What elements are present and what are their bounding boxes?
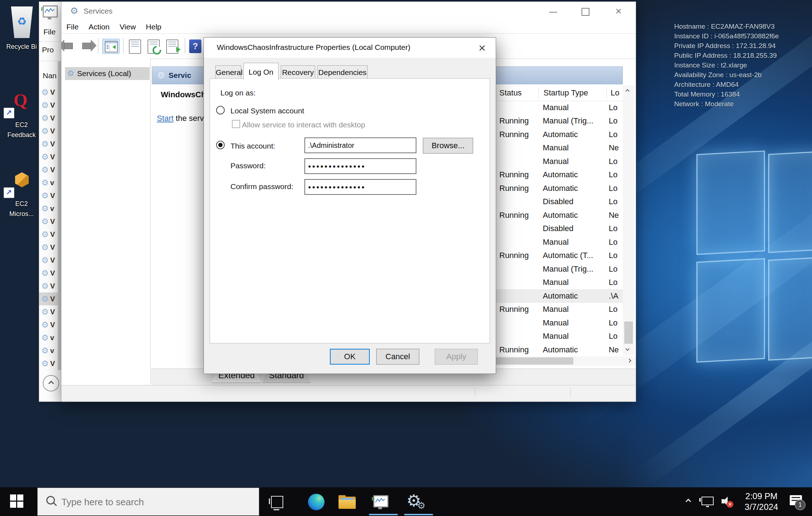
refresh-button[interactable] [148, 39, 160, 54]
service-row[interactable]: Manual (Trig... Lo [496, 262, 623, 276]
services-taskbar-icon[interactable]: ⚙⚙ [406, 491, 428, 512]
service-row[interactable]: Disabled Lo [496, 195, 623, 209]
background-service-row[interactable]: ⚙ V [39, 215, 58, 228]
start-service-link[interactable]: Start [157, 114, 173, 123]
background-service-row[interactable]: ⚙ v [39, 202, 58, 215]
notification-center-icon[interactable]: 1 [790, 495, 802, 505]
background-service-row[interactable]: ⚙ v [39, 344, 58, 357]
background-service-row[interactable]: ⚙ V [39, 137, 58, 150]
minimize-button[interactable] [542, 2, 565, 21]
task-view-icon[interactable] [271, 496, 283, 508]
desktop-icon-ec2-feedback[interactable]: Q ↗ EC2 Feedback [0, 90, 45, 144]
background-service-row[interactable]: ⚙ V [39, 125, 58, 137]
export-list-button[interactable] [166, 39, 178, 54]
background-service-row[interactable]: ⚙ V [39, 112, 58, 125]
background-service-row[interactable]: ⚙ V [39, 189, 58, 202]
service-row[interactable]: Automatic .\A [496, 289, 623, 303]
service-row[interactable]: Manual Lo [496, 316, 623, 330]
service-row[interactable]: Running Manual Lo [496, 303, 623, 316]
service-row[interactable]: Running Automatic Lo [496, 182, 623, 195]
column-header-log-on-as[interactable]: Lo [611, 88, 619, 98]
column-header-startup-type[interactable]: Startup Type [543, 88, 588, 98]
service-row[interactable]: Running Automatic Lo [496, 168, 623, 182]
edge-browser-icon[interactable] [308, 494, 325, 510]
tab-general[interactable]: General [215, 65, 241, 80]
confirm-password-input[interactable] [304, 179, 416, 195]
service-row[interactable]: Running Automatic Ne [496, 208, 623, 222]
background-service-row[interactable]: ⚙ V [39, 254, 58, 267]
tray-chevron-up-icon[interactable] [686, 499, 691, 505]
help-button[interactable]: ? [189, 39, 201, 53]
tab-recovery[interactable]: Recovery [281, 65, 315, 80]
allow-interact-desktop-checkbox[interactable] [232, 120, 240, 128]
network-icon[interactable] [701, 497, 714, 505]
service-row[interactable]: Running Manual (Trig... Lo [496, 114, 623, 128]
background-service-row[interactable]: ⚙ V [39, 163, 58, 176]
file-explorer-icon[interactable] [339, 495, 356, 509]
scrollbar-thumb[interactable] [624, 322, 633, 344]
service-row[interactable]: Manual Lo [496, 101, 623, 114]
background-service-row[interactable]: ⚙ V [39, 292, 58, 305]
this-account-radio[interactable] [216, 141, 225, 149]
service-row[interactable]: Running Automatic (T... Lo [496, 249, 623, 263]
apply-button[interactable]: Apply [435, 349, 478, 365]
background-window[interactable]: File Pro Nan ⚙ V ⚙ V ⚙ V ⚙ V ⚙ [39, 1, 62, 402]
ok-button[interactable]: OK [330, 349, 370, 365]
background-service-row[interactable]: ⚙ V [39, 267, 58, 280]
scroll-down-icon[interactable] [625, 347, 629, 351]
background-service-row[interactable]: ⚙ V [39, 280, 58, 292]
column-header-status[interactable]: Status [499, 88, 522, 98]
service-row[interactable]: Manual Lo [496, 155, 623, 168]
taskbar-clock[interactable]: 2:09 PM 3/7/2024 [738, 491, 785, 512]
menu-item[interactable]: File [61, 23, 84, 31]
service-row[interactable]: Manual Lo [496, 276, 623, 290]
tab-log-on[interactable]: Log On [243, 63, 279, 80]
collapse-chevron-button[interactable] [43, 375, 59, 391]
cancel-button[interactable]: Cancel [376, 349, 419, 365]
account-input[interactable] [304, 137, 416, 153]
background-service-row[interactable]: ⚙ V [39, 318, 58, 331]
background-service-row[interactable]: ⚙ V [39, 357, 58, 370]
scroll-up-icon[interactable] [625, 89, 629, 93]
taskbar-search[interactable] [37, 488, 259, 516]
service-row[interactable]: Running Automatic Ne [496, 343, 623, 357]
background-service-row[interactable]: ⚙ v [39, 331, 58, 344]
dialog-close-button[interactable]: × [473, 39, 491, 56]
scroll-right-icon[interactable] [627, 358, 631, 362]
local-system-account-radio[interactable] [216, 106, 225, 114]
back-button[interactable] [64, 39, 73, 49]
menu-item[interactable]: Help [141, 23, 166, 31]
dialog-titlebar[interactable]: WindowsChaosInfrastructure Properties (L… [204, 38, 496, 58]
menu-item[interactable]: View [115, 23, 141, 31]
password-input[interactable] [304, 158, 416, 174]
background-service-row[interactable]: ⚙ V [39, 86, 58, 99]
background-service-row[interactable]: ⚙ V [39, 241, 58, 254]
background-window-pro-tab[interactable]: Pro [42, 46, 54, 54]
browse-button[interactable]: Browse... [423, 138, 473, 154]
desktop-icon-ec2-microsoft[interactable]: ↗ EC2 Micros... [0, 172, 45, 225]
tree-item-services-local[interactable]: ⚙ Services (Local) [65, 67, 150, 80]
scrollbar-thumb[interactable] [496, 357, 573, 365]
properties-button[interactable] [129, 39, 141, 54]
services-titlebar[interactable]: ⚙ Services × [61, 2, 636, 21]
show-console-tree-button[interactable] [102, 39, 120, 54]
vertical-scrollbar[interactable] [623, 85, 634, 355]
background-service-row[interactable]: ⚙ V [39, 150, 58, 163]
maximize-button[interactable] [574, 2, 597, 21]
background-service-row[interactable]: ⚙ V [39, 305, 58, 318]
service-row[interactable]: Running Automatic Lo [496, 128, 623, 141]
service-row[interactable]: Manual Ne [496, 141, 623, 155]
service-row[interactable]: Manual Lo [496, 235, 623, 249]
menu-item[interactable]: Action [84, 23, 115, 31]
background-service-row[interactable]: ⚙ v [39, 176, 58, 189]
background-service-row[interactable]: ⚙ V [39, 228, 58, 241]
background-window-file-menu[interactable]: File [43, 28, 56, 36]
service-row[interactable]: Disabled Lo [496, 222, 623, 236]
background-window-name-column-header[interactable]: Nan [43, 71, 57, 80]
tab-dependencies[interactable]: Dependencies [317, 65, 368, 80]
horizontal-scrollbar[interactable] [496, 356, 636, 366]
performance-monitor-taskbar-icon[interactable] [373, 495, 388, 507]
service-row[interactable]: Manual Lo [496, 330, 623, 343]
start-button[interactable] [10, 494, 24, 509]
close-button[interactable]: × [607, 2, 630, 21]
